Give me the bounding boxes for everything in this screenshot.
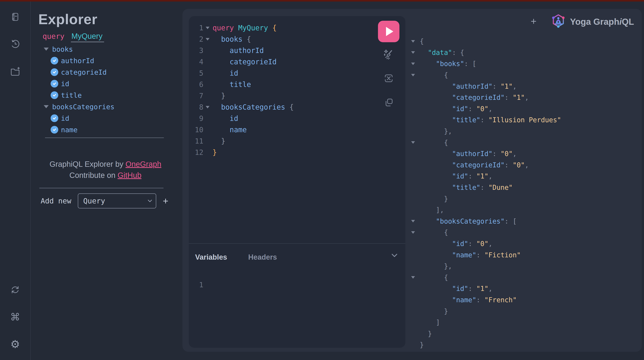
editor-line[interactable]: 12} <box>189 147 376 158</box>
editor-line[interactable]: 2 books { <box>189 34 376 45</box>
collapse-triangle-icon <box>44 105 49 108</box>
add-collection-button[interactable] <box>10 66 20 77</box>
editor-line[interactable]: 7 } <box>189 90 376 101</box>
response-line: { <box>406 69 642 81</box>
editor-line[interactable]: 4 categorieId <box>189 56 376 68</box>
editor-line[interactable]: 11 } <box>189 135 376 147</box>
chevron-down-icon[interactable] <box>392 254 397 257</box>
tree-field-title[interactable]: title <box>31 89 182 101</box>
top-accent-strip <box>0 0 644 2</box>
fold-toggle-icon[interactable] <box>411 74 415 76</box>
editor-line[interactable]: 6 title <box>189 79 376 90</box>
github-link[interactable]: GitHub <box>118 171 142 179</box>
fold-toggle-icon[interactable] <box>206 38 210 41</box>
gear-icon: ⚙ <box>10 339 20 350</box>
response-line: "books": [ <box>406 58 642 69</box>
editor-line[interactable]: 3 authorId <box>189 45 376 56</box>
response-line: "name": "French" <box>406 294 642 306</box>
response-line: "id": "1", <box>406 283 642 294</box>
editor-line[interactable]: 1query MyQuery { <box>189 22 376 34</box>
add-operation-button[interactable]: + <box>163 195 168 207</box>
fold-toggle-icon[interactable] <box>411 220 415 222</box>
tree-field-name[interactable]: name <box>31 124 182 135</box>
response-line: }, <box>406 261 642 272</box>
fold-toggle-icon[interactable] <box>411 51 415 54</box>
tree-parent-booksCategories[interactable]: booksCategories <box>31 101 182 112</box>
fold-toggle-icon[interactable] <box>411 63 415 65</box>
checked-checkbox-icon <box>50 126 58 134</box>
response-line: }, <box>406 126 642 137</box>
response-line: } <box>406 328 642 339</box>
fold-toggle-icon[interactable] <box>206 27 210 29</box>
response-line: ], <box>406 204 642 216</box>
query-editor[interactable]: 1query MyQuery {2 books {3 authorId4 cat… <box>189 22 376 158</box>
copy-query-button[interactable] <box>383 97 394 108</box>
merge-icon <box>383 73 394 84</box>
tree-field-label: booksCategories <box>52 103 114 111</box>
editor-line[interactable]: 10 name <box>189 124 376 135</box>
operation-type-select[interactable]: Query <box>78 194 156 208</box>
response-line: ] <box>406 317 642 328</box>
play-icon <box>386 27 393 36</box>
left-icon-sidebar: ⌘ ⚙ <box>0 2 31 360</box>
response-line: { <box>406 272 642 283</box>
checked-checkbox-icon <box>50 57 58 65</box>
tree-field-label: title <box>61 91 82 99</box>
execute-query-button[interactable] <box>378 21 400 42</box>
prettify-icon <box>383 49 394 60</box>
tree-parent-books[interactable]: books <box>31 43 182 55</box>
fold-toggle-icon[interactable] <box>411 40 415 43</box>
response-line: "id": "0", <box>406 238 642 249</box>
editor-line[interactable]: 9 id <box>189 113 376 124</box>
add-collection-icon <box>10 66 20 76</box>
tab-headers[interactable]: Headers <box>248 253 277 261</box>
page-title: Explorer <box>38 11 97 28</box>
history-button[interactable] <box>10 39 20 50</box>
tree-field-categorieId[interactable]: categorieId <box>31 66 182 78</box>
tree-field-authorId[interactable]: authorId <box>31 55 182 66</box>
refetch-schema-button[interactable] <box>10 284 20 295</box>
tab-variables[interactable]: Variables <box>195 253 227 261</box>
checked-checkbox-icon <box>50 114 58 122</box>
fold-toggle-icon[interactable] <box>411 141 415 144</box>
add-new-row: Add new Query + <box>41 194 168 208</box>
session-panel: + Yoga GraphiQL <box>182 9 642 352</box>
tree-field-label: id <box>61 80 69 88</box>
copy-icon <box>383 97 394 108</box>
response-line: { <box>406 137 642 148</box>
tree-field-id[interactable]: id <box>31 78 182 89</box>
response-line: "categorieId": "0", <box>406 159 642 171</box>
docs-button[interactable] <box>10 12 20 22</box>
fold-toggle-icon[interactable] <box>411 276 415 279</box>
fold-toggle-icon[interactable] <box>206 106 210 108</box>
query-editor-panel: 1query MyQuery {2 books {3 authorId4 cat… <box>189 16 406 348</box>
explorer-field-tree: booksauthorIdcategorieIdidtitlebooksCate… <box>31 43 182 135</box>
tree-field-id[interactable]: id <box>31 112 182 124</box>
add-new-label: Add new <box>41 197 71 205</box>
fold-toggle-icon[interactable] <box>411 231 415 234</box>
prettify-button[interactable] <box>383 49 394 60</box>
operation-name-input[interactable]: MyQuery <box>71 32 104 42</box>
line-number: 7 <box>189 92 203 100</box>
response-line: } <box>406 339 642 350</box>
response-line: "name": "Fiction" <box>406 249 642 261</box>
response-line: "title": "Illusion Perdues" <box>406 114 642 126</box>
variables-editor-line-number: 1 <box>189 281 203 289</box>
settings-button[interactable]: ⚙ <box>10 339 20 350</box>
response-line: } <box>406 305 642 317</box>
editor-line[interactable]: 5 id <box>189 68 376 79</box>
merge-fragments-button[interactable] <box>383 73 394 84</box>
line-number: 8 <box>189 103 203 111</box>
editor-line[interactable]: 8 booksCategories { <box>189 101 376 113</box>
line-number: 12 <box>189 148 203 156</box>
divider <box>45 138 164 138</box>
refetch-schema-icon <box>10 285 20 295</box>
line-number: 5 <box>189 69 203 77</box>
collapse-triangle-icon <box>44 48 49 51</box>
response-line: "id": "0", <box>406 103 642 115</box>
keyboard-shortcuts-button[interactable]: ⌘ <box>10 312 20 322</box>
contribute-text: Contribute on <box>70 171 118 179</box>
line-number: 1 <box>189 24 203 32</box>
line-number: 3 <box>189 46 203 55</box>
onegraph-link[interactable]: OneGraph <box>126 160 162 168</box>
